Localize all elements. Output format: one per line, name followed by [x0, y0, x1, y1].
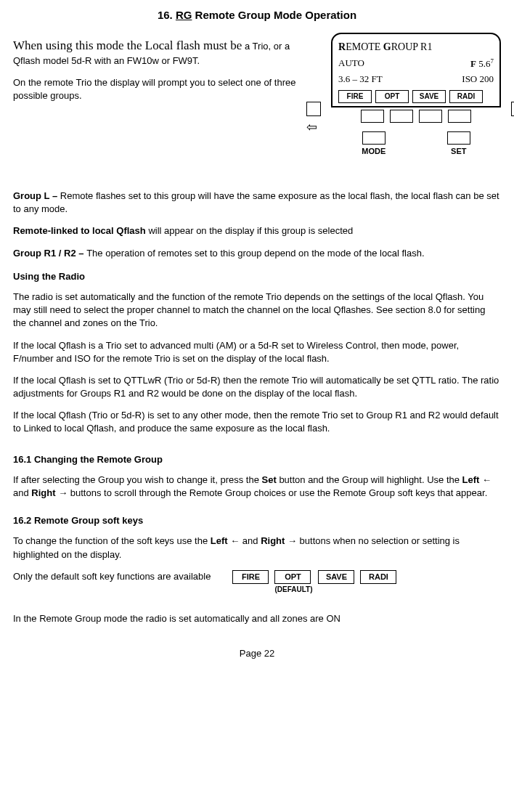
physical-button-2 [390, 110, 413, 123]
lcd-r1: R [338, 41, 346, 52]
softkeys-default-row: Only the default soft key functions are … [13, 570, 501, 595]
mode-group: MODE [362, 131, 386, 155]
p161-c: buttons to scroll through the Remote Gro… [70, 487, 487, 498]
mode-button [362, 131, 386, 145]
p162-left: Left [211, 535, 228, 546]
p162-only: Only the default soft key functions are … [13, 570, 211, 583]
group-l-paragraph: Group L – Remote flashes set to this gro… [13, 190, 501, 216]
group-l-label: Group L – [13, 190, 60, 201]
intro-paragraph-1: When using this mode the Local flash mus… [13, 37, 311, 68]
radio-para-3: If the local Qflash is set to QTTLwR (Tr… [13, 374, 501, 400]
default-sk-fire: FIRE [232, 570, 269, 584]
group-r-text: The operation of remotes set to this gro… [86, 248, 424, 259]
device-diagram: ⇦ ⇨ REMOTE GROUP R1 AUTO F 5.67 3.6 – 32… [331, 33, 501, 155]
heading-16-2: 16.2 Remote Group soft keys [13, 514, 501, 527]
physical-button-3 [419, 110, 442, 123]
left-arrow-icon: ⇦ [306, 118, 317, 137]
softkey-radi: RADI [449, 90, 483, 103]
physical-button-4 [448, 110, 471, 123]
p161-rarr: → [56, 487, 70, 498]
lcd-auto: AUTO [338, 57, 364, 71]
default-sk-opt: OPT [274, 570, 311, 584]
lcd-range: 3.6 – 32 FT [338, 73, 383, 86]
title-number: 16. [158, 9, 176, 21]
using-radio-heading: Using the Radio [13, 270, 501, 283]
p162-a: To change the function of the soft keys … [13, 535, 211, 546]
p161-left: Left [462, 474, 480, 485]
p162-and: and [242, 535, 261, 546]
lcd-g: G [383, 41, 391, 52]
remote-linked-rest: will appear on the display if this group… [146, 225, 353, 236]
group-r-label: Group R1 / R2 – [13, 248, 86, 259]
default-label: (DEFAULT) [274, 585, 312, 595]
lcd-screen: REMOTE GROUP R1 AUTO F 5.67 3.6 – 32 FT … [331, 33, 501, 107]
lcd-fsup: 7 [491, 57, 494, 65]
mode-text: MODE [362, 147, 386, 155]
title-rest: Remote Group Mode Operation [192, 9, 356, 21]
lcd-softkeys: FIRE OPT SAVE RADI [338, 90, 494, 103]
softkey-fire: FIRE [338, 90, 372, 103]
mode-set-row: MODE SET [331, 131, 501, 155]
top-section: When using this mode the Local flash mus… [13, 37, 501, 175]
group-l-text: Remote flashes set to this group will ha… [13, 190, 499, 214]
group-r-paragraph: Group R1 / R2 – The operation of remotes… [13, 247, 501, 260]
p162-larr: ← [228, 535, 242, 546]
page-footer: Page 22 [13, 647, 501, 660]
p161-b: button and the Group will highlight. Use… [277, 474, 462, 485]
radio-para-2: If the local Qflash is a Trio set to adv… [13, 339, 501, 365]
default-softkeys: FIRE OPT (DEFAULT) SAVE RADI [232, 570, 396, 595]
p162-rarr: → [285, 535, 299, 546]
page-title: 16. RG Remote Group Mode Operation [13, 7, 501, 23]
lcd-fval: 5.6 [476, 58, 491, 69]
radio-para-1: The radio is set automatically and the f… [13, 291, 501, 330]
lcd-line2: AUTO F 5.67 [338, 57, 494, 71]
lcd-f: F [470, 58, 476, 69]
p161-a: If after selecting the Group you wish to… [13, 474, 262, 485]
title-rg: RG [176, 9, 192, 21]
softkey-opt: OPT [375, 90, 409, 103]
radio-para-4: If the local Qflash (Trio or 5d-R) is se… [13, 409, 501, 435]
para-16-2a: To change the function of the soft keys … [13, 535, 501, 561]
p162-right: Right [261, 535, 285, 546]
default-sk-radi: RADI [360, 570, 396, 584]
remote-linked-bold: Remote-linked to local Qflash [13, 225, 146, 236]
physical-button-1 [361, 110, 384, 123]
mode-label: MODE [362, 147, 386, 155]
lcd-fnumber: F 5.67 [470, 57, 494, 71]
p161-right: Right [31, 487, 55, 498]
lcd-iso: ISO 200 [462, 73, 494, 86]
button-row [331, 110, 501, 123]
default-sk-save: SAVE [318, 570, 354, 584]
p161-larr: ← [479, 474, 491, 485]
para-16-1: If after selecting the Group you wish to… [13, 474, 501, 500]
left-button-box [306, 102, 321, 116]
intro-paragraph-2: On the remote Trio the display will prom… [13, 76, 311, 102]
lcd-emote: EMOTE [346, 41, 383, 52]
heading-16-1: 16.1 Changing the Remote Group [13, 453, 501, 466]
p161-and1: and [13, 487, 31, 498]
remote-linked-paragraph: Remote-linked to local Qflash will appea… [13, 224, 501, 237]
lcd-roup: ROUP R1 [391, 41, 433, 52]
intro-serif-line: When using this mode the Local flash mus… [13, 38, 242, 52]
set-button [447, 131, 470, 145]
p161-set: Set [262, 474, 277, 485]
last-paragraph: In the Remote Group mode the radio is se… [13, 612, 501, 625]
lcd-line1: REMOTE GROUP R1 [338, 40, 494, 54]
softkey-save: SAVE [412, 90, 446, 103]
lcd-line3: 3.6 – 32 FT ISO 200 [338, 73, 494, 86]
right-button-box [511, 102, 514, 116]
set-group: SET [447, 131, 470, 155]
intro-column: When using this mode the Local flash mus… [13, 37, 311, 102]
set-label: SET [447, 147, 470, 155]
